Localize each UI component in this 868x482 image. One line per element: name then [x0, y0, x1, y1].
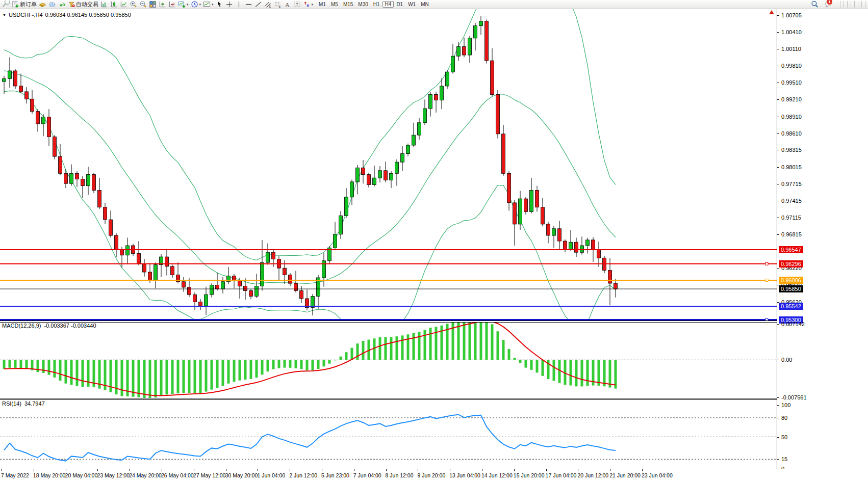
time-axis-tick [610, 469, 610, 471]
candle-body [244, 286, 247, 291]
candle-body [255, 286, 259, 297]
timeframe-w1[interactable]: W1 [405, 1, 418, 8]
fibonacci-tool-button[interactable]: F [273, 0, 283, 9]
zoom-out-button[interactable] [138, 0, 148, 9]
rsi-indicator-pane[interactable] [0, 400, 777, 469]
macd-bar [272, 360, 275, 369]
timeframe-m5[interactable]: M5 [328, 1, 341, 8]
timeframe-h1[interactable]: H1 [371, 1, 382, 8]
cursor-icon [216, 1, 223, 8]
arrows-tool-button[interactable]: ▾ [302, 0, 315, 9]
macd-bar [278, 360, 280, 368]
candle-body [401, 154, 404, 163]
time-tick-label: 15 Jun 20:00 [514, 472, 545, 478]
chart-menu-arrow-icon[interactable]: ▼ [3, 13, 6, 17]
time-axis-tick [130, 469, 130, 471]
autotrade-button[interactable]: 自动交易 [67, 0, 99, 9]
market-watch-icon [39, 1, 46, 8]
market-watch-button[interactable] [38, 0, 47, 9]
axis-tick [777, 201, 779, 201]
timeframe-mn[interactable]: MN [418, 1, 431, 8]
time-axis-tick [578, 469, 578, 471]
timeframe-m30[interactable]: M30 [355, 1, 370, 8]
macd-values: -0.003367 -0.003440 [44, 323, 96, 329]
timeframe-d1[interactable]: D1 [394, 1, 405, 8]
clock-icon [191, 1, 198, 8]
macd-bar [216, 360, 219, 388]
text-label-tool-button[interactable]: T [292, 0, 302, 9]
time-tick-label: 26 May 04:00 [161, 472, 194, 478]
candlestick-chart-button[interactable] [109, 0, 119, 9]
tile-windows-button[interactable] [148, 0, 158, 9]
timeframe-m1[interactable]: M1 [316, 1, 328, 8]
cursor-tool-button[interactable] [215, 0, 224, 9]
line-drag-handle[interactable] [765, 262, 768, 265]
trendline-icon [254, 1, 262, 8]
macd-bar [233, 360, 236, 382]
pane-separator[interactable] [0, 320, 868, 321]
candle-body [171, 266, 174, 275]
macd-indicator-pane[interactable] [0, 323, 777, 398]
time-tick-label: 21 Jun 20:00 [609, 472, 641, 478]
candle-body [322, 261, 326, 278]
bar-chart-button[interactable] [99, 0, 109, 9]
time-axis[interactable]: 7 May 202218 May 20:0020 May 04:0023 May… [0, 469, 868, 482]
equidistant-channel-tool-button[interactable]: E [263, 0, 273, 9]
candle-body [199, 302, 202, 306]
pane-separator[interactable] [0, 398, 868, 398]
crosshair-tool-button[interactable] [224, 0, 234, 9]
time-tick-label: 13 Jun 04:00 [449, 472, 480, 478]
text-tool-button[interactable]: A [283, 0, 292, 9]
scroll-to-end-marker-icon[interactable] [769, 10, 774, 14]
macd-label: MACD(12,26,9) -0.003367 -0.003440 [2, 323, 96, 329]
time-axis-tick [642, 469, 643, 471]
line-chart-button[interactable] [119, 0, 129, 9]
templates-button[interactable]: ▾ [202, 0, 215, 9]
line-drag-handle[interactable] [765, 279, 768, 281]
auto-scroll-button[interactable] [167, 0, 177, 9]
candle-body [547, 224, 550, 235]
new-chart-icon [178, 1, 186, 8]
horizontal-line-tool-button[interactable] [244, 0, 253, 9]
navigator-button[interactable] [47, 0, 57, 9]
macd-bar [42, 360, 45, 373]
new-chart-button[interactable]: ▾ [177, 0, 190, 9]
price-tag-0.95850: 0.95850 [779, 285, 803, 292]
candle-body [334, 234, 337, 248]
candle-body [390, 173, 393, 180]
price-tick-label: 0.98015 [781, 164, 802, 170]
macd-bar [525, 360, 527, 368]
candle-body [87, 175, 90, 186]
candle-body [227, 276, 231, 282]
timeframe-m15[interactable]: M15 [341, 1, 355, 8]
window-menu-icon[interactable] [1, 0, 11, 9]
new-order-button[interactable]: 新订单 [11, 0, 38, 9]
time-tick-label: 14 Jun 12:00 [481, 472, 513, 478]
price-tag-0.96006: 0.96006 [779, 277, 803, 284]
price-axis[interactable]: 1.007051.004101.001100.998100.995100.992… [777, 9, 868, 469]
bollinger-upper-band [4, 9, 616, 260]
periods-menu-button[interactable]: ▾ [190, 0, 202, 9]
chart-shift-button[interactable] [158, 0, 167, 9]
macd-bar [25, 360, 28, 369]
candle-body [289, 275, 292, 284]
zoom-in-button[interactable] [129, 0, 138, 9]
vertical-line-tool-button[interactable] [234, 0, 244, 9]
timeframe-h4[interactable]: H4 [382, 1, 394, 8]
macd-bar [570, 360, 572, 386]
candle-body [210, 285, 214, 294]
axis-tick [777, 234, 779, 235]
pane-separator[interactable] [0, 399, 868, 400]
terminal-button[interactable] [57, 0, 67, 9]
trendline-tool-button[interactable] [253, 0, 263, 9]
search-button[interactable] [810, 0, 820, 9]
chat-button[interactable]: 1 [824, 0, 833, 9]
macd-bar [14, 360, 17, 368]
candle-body [339, 216, 343, 234]
toolbar-separator [861, 1, 862, 8]
macd-histogram [3, 323, 617, 398]
price-chart-pane[interactable] [0, 9, 777, 320]
candle-body [614, 283, 618, 289]
macd-bar [166, 360, 168, 394]
pane-separator[interactable] [0, 322, 868, 323]
